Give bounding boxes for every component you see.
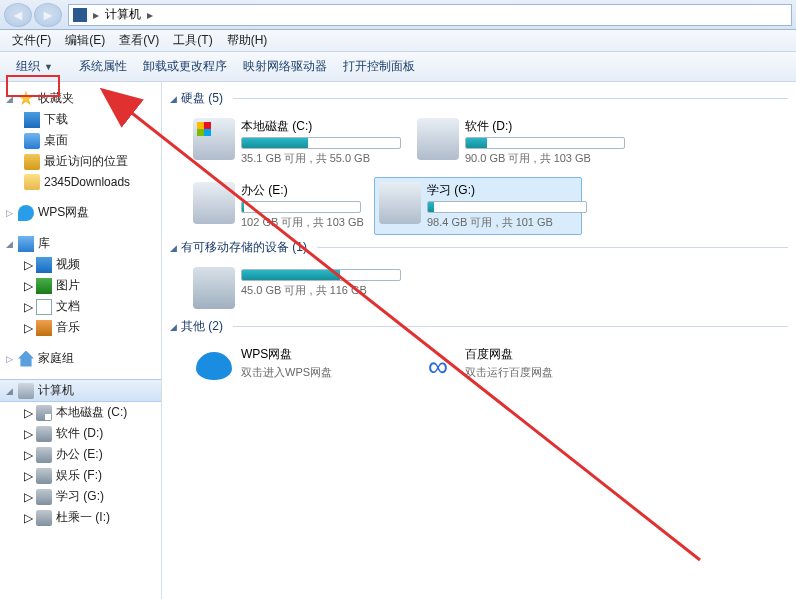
hdd-icon <box>36 468 52 484</box>
drive-e[interactable]: 办公 (E:) 102 GB 可用 , 共 103 GB <box>188 177 358 235</box>
collapse-caret-icon: ◢ <box>170 94 177 104</box>
drive-wps[interactable]: WPS网盘 双击进入WPS网盘 <box>188 341 396 393</box>
sidebar-item-drive-e[interactable]: ▷办公 (E:) <box>0 444 161 465</box>
menu-file[interactable]: 文件(F) <box>6 30 57 51</box>
group-head-other[interactable]: ◢ 其他 (2) <box>170 314 788 341</box>
drive-e-name: 办公 (E:) <box>241 182 353 201</box>
sidebar-libraries-label: 库 <box>38 235 50 252</box>
hdd-icon <box>417 118 459 160</box>
hdd-icon <box>36 489 52 505</box>
toolbar-map-network[interactable]: 映射网络驱动器 <box>243 58 327 75</box>
divider <box>317 247 788 248</box>
sidebar-item-recent[interactable]: 最近访问的位置 <box>0 151 161 172</box>
sidebar-favorites-head[interactable]: ◢ 收藏夹 <box>0 88 161 109</box>
titlebar: ◄ ► ▸ 计算机 ▸ <box>0 0 796 30</box>
drive-wps-sub: 双击进入WPS网盘 <box>241 365 391 380</box>
expand-caret-icon: ▷ <box>24 406 32 420</box>
hdd-icon <box>36 510 52 526</box>
sidebar-wps-label: WPS网盘 <box>38 204 89 221</box>
music-icon <box>36 320 52 336</box>
expand-caret-icon: ▷ <box>24 300 32 314</box>
sidebar-computer-head[interactable]: ◢ 计算机 <box>0 379 161 402</box>
sidebar-item-desktop[interactable]: 桌面 <box>0 130 161 151</box>
picture-icon <box>36 278 52 294</box>
sidebar-item-drive-g[interactable]: ▷学习 (G:) <box>0 486 161 507</box>
removable-drive-icon <box>193 267 235 309</box>
group-head-hdd-label: 硬盘 (5) <box>181 90 223 107</box>
hdd-icon <box>36 405 52 421</box>
toolbar-control-panel[interactable]: 打开控制面板 <box>343 58 415 75</box>
divider <box>233 98 788 99</box>
nav-back-button[interactable]: ◄ <box>4 3 32 27</box>
expand-caret-icon: ▷ <box>6 208 14 218</box>
drive-d-stat: 90.0 GB 可用 , 共 103 GB <box>465 149 615 166</box>
menu-tools[interactable]: 工具(T) <box>167 30 218 51</box>
toolbar-organize[interactable]: 组织 ▼ <box>6 55 63 78</box>
collapse-caret-icon: ◢ <box>6 94 14 104</box>
sidebar-item-music[interactable]: ▷音乐 <box>0 317 161 338</box>
computer-icon <box>18 383 34 399</box>
expand-caret-icon: ▷ <box>24 469 32 483</box>
hdd-icon <box>193 182 235 224</box>
nav-forward-button[interactable]: ► <box>34 3 62 27</box>
drive-baidu[interactable]: 百度网盘 双击运行百度网盘 <box>412 341 620 393</box>
dropdown-caret-icon: ▼ <box>44 62 53 72</box>
menu-help[interactable]: 帮助(H) <box>221 30 274 51</box>
drive-d[interactable]: 软件 (D:) 90.0 GB 可用 , 共 103 GB <box>412 113 620 171</box>
divider <box>233 326 788 327</box>
hdd-icon <box>36 447 52 463</box>
star-icon <box>18 91 34 107</box>
sidebar-item-videos[interactable]: ▷视频 <box>0 254 161 275</box>
toolbar-uninstall[interactable]: 卸载或更改程序 <box>143 58 227 75</box>
drive-c[interactable]: 本地磁盘 (C:) 35.1 GB 可用 , 共 55.0 GB <box>188 113 396 171</box>
drive-g-stat: 98.4 GB 可用 , 共 101 GB <box>427 213 577 230</box>
drive-c-name: 本地磁盘 (C:) <box>241 118 391 137</box>
drive-wps-name: WPS网盘 <box>241 346 391 365</box>
address-bar[interactable]: ▸ 计算机 ▸ <box>68 4 792 26</box>
drive-g-usage-bar <box>427 201 587 213</box>
drive-g[interactable]: 学习 (G:) 98.4 GB 可用 , 共 101 GB <box>374 177 582 235</box>
sidebar-homegroup-head[interactable]: ▷ 家庭组 <box>0 348 161 369</box>
sidebar-item-pictures[interactable]: ▷图片 <box>0 275 161 296</box>
menu-view[interactable]: 查看(V) <box>113 30 165 51</box>
drive-removable[interactable]: 45.0 GB 可用 , 共 116 GB <box>188 262 396 314</box>
sidebar-libraries-head[interactable]: ◢ 库 <box>0 233 161 254</box>
hdd-windows-icon <box>193 118 235 160</box>
drive-e-stat: 102 GB 可用 , 共 103 GB <box>241 213 353 230</box>
sidebar-item-drive-c[interactable]: ▷本地磁盘 (C:) <box>0 402 161 423</box>
drive-d-name: 软件 (D:) <box>465 118 615 137</box>
sidebar-item-drive-d[interactable]: ▷软件 (D:) <box>0 423 161 444</box>
group-head-hdd[interactable]: ◢ 硬盘 (5) <box>170 86 788 113</box>
collapse-caret-icon: ◢ <box>6 239 14 249</box>
expand-caret-icon: ▷ <box>24 279 32 293</box>
wps-cloud-icon <box>193 346 235 388</box>
drive-baidu-name: 百度网盘 <box>465 346 615 365</box>
drive-d-usage-bar <box>465 137 625 149</box>
sidebar-item-drive-i[interactable]: ▷杜乘一 (I:) <box>0 507 161 528</box>
group-head-removable-label: 有可移动存储的设备 (1) <box>181 239 307 256</box>
drive-baidu-sub: 双击运行百度网盘 <box>465 365 615 380</box>
menu-edit[interactable]: 编辑(E) <box>59 30 111 51</box>
drive-c-stat: 35.1 GB 可用 , 共 55.0 GB <box>241 149 391 166</box>
download-icon <box>24 112 40 128</box>
drive-g-name: 学习 (G:) <box>427 182 577 201</box>
video-icon <box>36 257 52 273</box>
expand-caret-icon: ▷ <box>24 321 32 335</box>
menubar: 文件(F) 编辑(E) 查看(V) 工具(T) 帮助(H) <box>0 30 796 52</box>
group-head-removable[interactable]: ◢ 有可移动存储的设备 (1) <box>170 235 788 262</box>
sidebar-item-downloads[interactable]: 下载 <box>0 109 161 130</box>
hdd-icon <box>36 426 52 442</box>
sidebar-wps-head[interactable]: ▷ WPS网盘 <box>0 202 161 223</box>
sidebar-item-documents[interactable]: ▷文档 <box>0 296 161 317</box>
sidebar-item-2345downloads[interactable]: 2345Downloads <box>0 172 161 192</box>
sidebar-item-drive-f[interactable]: ▷娱乐 (F:) <box>0 465 161 486</box>
breadcrumb-computer[interactable]: 计算机 <box>105 6 141 23</box>
sidebar-favorites-label: 收藏夹 <box>38 90 74 107</box>
toolbar: 组织 ▼ 系统属性 卸载或更改程序 映射网络驱动器 打开控制面板 <box>0 52 796 82</box>
group-head-other-label: 其他 (2) <box>181 318 223 335</box>
collapse-caret-icon: ◢ <box>170 322 177 332</box>
collapse-caret-icon: ◢ <box>6 386 14 396</box>
toolbar-system-properties[interactable]: 系统属性 <box>79 58 127 75</box>
expand-caret-icon: ▷ <box>24 490 32 504</box>
folder-icon <box>24 174 40 190</box>
